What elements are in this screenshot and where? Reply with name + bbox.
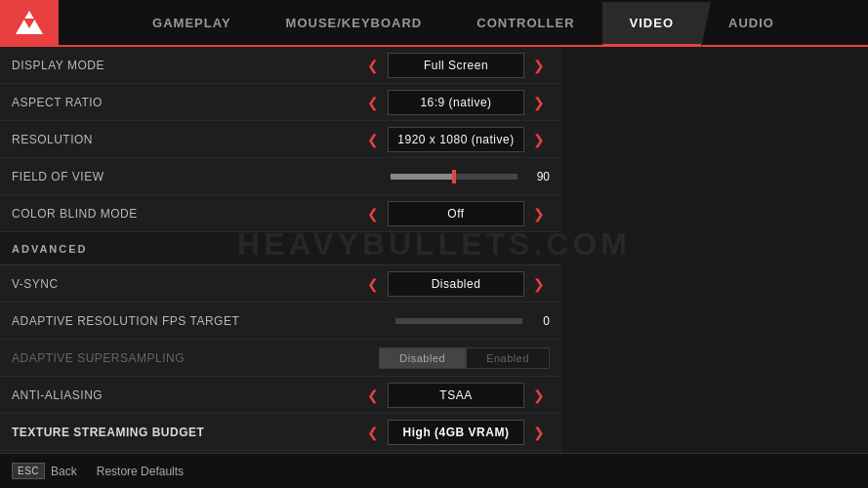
resolution-next[interactable]: ❯ [528, 127, 550, 152]
anti-aliasing-label: Anti-aliasing [12, 388, 362, 402]
texture-budget-label: Texture Streaming Budget [12, 426, 362, 439]
tab-audio[interactable]: AUDIO [701, 2, 802, 44]
fov-thumb[interactable] [452, 170, 456, 183]
footer: ESC Back Restore Defaults [0, 453, 868, 488]
tab-gameplay[interactable]: GAMEPLAY [125, 2, 258, 44]
anti-aliasing-next[interactable]: ❯ [528, 383, 550, 408]
display-mode-next[interactable]: ❯ [528, 53, 550, 78]
vsync-value: Disabled [388, 271, 524, 297]
display-mode-value: Full Screen [388, 53, 524, 78]
setting-row-supersampling: Adaptive Supersampling Disabled Enabled [0, 340, 561, 377]
header: GAMEPLAY MOUSE/KEYBOARD CONTROLLER VIDEO… [0, 0, 868, 47]
fps-target-label: Adaptive Resolution FPS Target [12, 314, 395, 328]
fov-slider-control: 90 [391, 170, 550, 183]
display-mode-label: Display Mode [12, 59, 362, 72]
fov-track[interactable] [391, 174, 517, 180]
display-mode-prev[interactable]: ❮ [362, 53, 384, 78]
setting-row-vsync: V-Sync ❮ Disabled ❯ [0, 265, 561, 303]
anti-aliasing-value: TSAA [388, 383, 524, 408]
fps-value: 0 [530, 314, 550, 328]
setting-row-texture-budget: Texture Streaming Budget ❮ High (4GB VRA… [0, 414, 561, 451]
texture-budget-next[interactable]: ❯ [528, 420, 550, 445]
fov-label: Field of View [12, 170, 391, 183]
footer-back: ESC Back [12, 463, 77, 479]
color-blind-prev[interactable]: ❮ [362, 201, 384, 226]
setting-row-resolution: Resolution ❮ 1920 x 1080 (native) ❯ [0, 121, 561, 158]
color-blind-value: Off [388, 201, 524, 226]
supersampling-enabled-btn[interactable]: Enabled [466, 347, 550, 369]
aspect-ratio-next[interactable]: ❯ [528, 90, 550, 115]
setting-row-anti-aliasing: Anti-aliasing ❮ TSAA ❯ [0, 377, 561, 414]
advanced-section-header: ADVANCED [0, 232, 561, 265]
aspect-ratio-control: ❮ 16:9 (native) ❯ [362, 90, 550, 115]
setting-row-aspect-ratio: Aspect Ratio ❮ 16:9 (native) ❯ [0, 84, 561, 121]
logo-triangle [16, 11, 43, 34]
display-mode-control: ❮ Full Screen ❯ [362, 53, 550, 78]
texture-budget-control: ❮ High (4GB VRAM) ❯ [362, 420, 550, 445]
aspect-ratio-label: Aspect Ratio [12, 96, 362, 109]
resolution-value: 1920 x 1080 (native) [388, 127, 524, 152]
setting-row-color-blind: Color Blind Mode ❮ Off ❯ [0, 195, 561, 232]
texture-budget-prev[interactable]: ❮ [362, 420, 384, 445]
settings-panel: Display Mode ❮ Full Screen ❯ Aspect Rati… [0, 47, 561, 488]
color-blind-control: ❮ Off ❯ [362, 201, 550, 226]
apex-logo [0, 0, 59, 46]
setting-row-display-mode: Display Mode ❮ Full Screen ❯ [0, 47, 561, 84]
back-label: Back [51, 465, 77, 478]
setting-row-fps-target: Adaptive Resolution FPS Target 0 [0, 303, 561, 340]
vsync-label: V-Sync [12, 277, 362, 291]
resolution-label: Resolution [12, 133, 362, 146]
aspect-ratio-value: 16:9 (native) [388, 90, 524, 115]
tab-mouse-keyboard[interactable]: MOUSE/KEYBOARD [259, 2, 450, 44]
anti-aliasing-prev[interactable]: ❮ [362, 383, 384, 408]
tab-video[interactable]: VIDEO [602, 2, 701, 44]
supersampling-disabled-btn[interactable]: Disabled [379, 347, 466, 369]
nav-tabs: GAMEPLAY MOUSE/KEYBOARD CONTROLLER VIDEO… [59, 2, 868, 44]
fov-fill [391, 174, 454, 180]
supersampling-control: Disabled Enabled [379, 347, 550, 369]
fov-value: 90 [525, 170, 550, 183]
main-content: Display Mode ❮ Full Screen ❯ Aspect Rati… [0, 47, 868, 488]
supersampling-label: Adaptive Supersampling [12, 351, 379, 365]
advanced-title: ADVANCED [12, 243, 88, 255]
vsync-next[interactable]: ❯ [528, 271, 550, 297]
fps-control: 0 [395, 314, 550, 328]
texture-budget-value: High (4GB VRAM) [388, 420, 524, 445]
resolution-control: ❮ 1920 x 1080 (native) ❯ [362, 127, 550, 152]
right-panel: HEAVYBULLETS.COM [561, 47, 868, 488]
color-blind-next[interactable]: ❯ [528, 201, 550, 226]
anti-aliasing-control: ❮ TSAA ❯ [362, 383, 550, 408]
restore-label[interactable]: Restore Defaults [97, 465, 184, 478]
setting-row-fov: Field of View 90 [0, 158, 561, 195]
tab-controller[interactable]: CONTROLLER [449, 2, 601, 44]
esc-key: ESC [12, 463, 45, 479]
vsync-prev[interactable]: ❮ [362, 271, 384, 297]
resolution-prev[interactable]: ❮ [362, 127, 384, 152]
fps-track[interactable] [395, 318, 522, 324]
vsync-control: ❮ Disabled ❯ [362, 271, 550, 297]
footer-restore[interactable]: Restore Defaults [97, 465, 184, 478]
color-blind-label: Color Blind Mode [12, 207, 362, 221]
aspect-ratio-prev[interactable]: ❮ [362, 90, 384, 115]
